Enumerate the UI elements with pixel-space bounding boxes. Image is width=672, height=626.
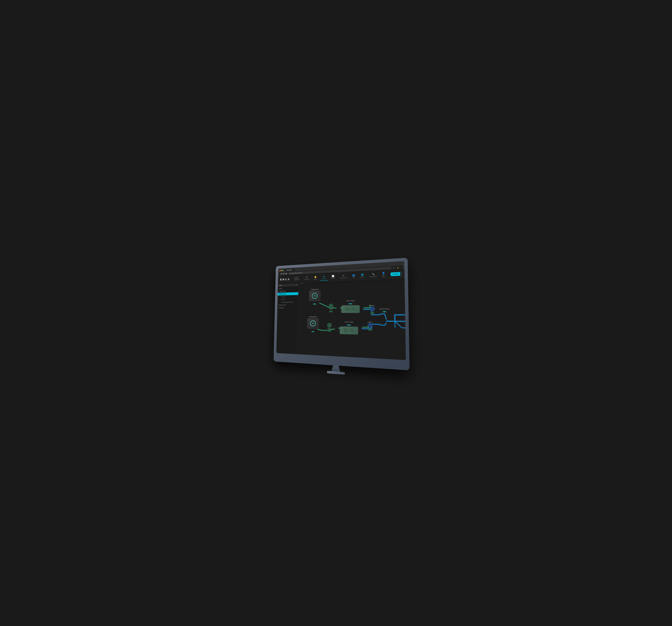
network-label: Network	[360, 276, 365, 278]
reload-button[interactable]: ⟳	[285, 272, 287, 275]
monitor-wrapper: openBMCS ‹ › ⟳ site.openbmcs.com/en/c ⬆ …	[269, 261, 403, 365]
nav-item-network[interactable]: 🌐 Network	[358, 272, 367, 279]
histories-icon: 📈	[332, 275, 334, 277]
cwp2-group: CWP 2 OFF	[327, 323, 332, 332]
nav-item-users[interactable]: 👥 Users	[350, 272, 357, 279]
users-label: Users	[352, 277, 355, 278]
monitor-stand	[331, 365, 340, 372]
sidebar-item-ahu-1[interactable]: └ AHU 1	[278, 295, 298, 298]
ct1-status-badge: 66%	[313, 303, 316, 305]
nav-item-alarms[interactable]: 🔔 Alarms	[312, 274, 319, 281]
dashboard-icon: ⊞	[306, 276, 307, 278]
chiller2-group: Chiller 2 Supply 0.0°C	[340, 321, 358, 334]
chwp1-group: CHWP 1 OFF	[370, 305, 375, 314]
histories-label: Histories	[331, 277, 335, 279]
edit-button[interactable]: ✏ Edit	[400, 272, 402, 276]
ct2-status-badge: 0%	[311, 331, 314, 332]
sidebar-title: Menu	[279, 284, 282, 286]
app-container: open B.M.C.S 11:13AM Tuesday, 08/10/2024…	[276, 269, 406, 360]
share-icon[interactable]: ⬆	[392, 267, 394, 269]
sidebar-item-ahu-2[interactable]: └ AHU 2	[278, 298, 298, 301]
cwp1-group: CWP 1 OFF	[329, 304, 333, 312]
nav-item-maintenance[interactable]: 🔧 Maintenence	[367, 271, 379, 279]
cooling-tower-2-group: Cooling Tower 2 ✦	[307, 316, 319, 333]
sidebar-toggle-icon[interactable]: ☰	[296, 284, 297, 286]
close-dot[interactable]	[280, 270, 281, 271]
ct2-label: Cooling Tower 2	[307, 316, 319, 318]
datetime-display: 11:13AM Tuesday, 08/10/2024	[293, 277, 299, 281]
chiller1-body[interactable]	[341, 305, 360, 313]
extension-icon[interactable]: ⚡	[397, 266, 399, 269]
chiller1-supply-label: Chiller 1 Supply	[341, 300, 360, 301]
chwp1-status-badge: OFF	[370, 312, 375, 314]
alarms-label: Alarms	[314, 278, 317, 280]
graphics-area: Home	[297, 278, 406, 360]
alarms-icon: 🔔	[314, 276, 316, 278]
programming-icon: ⚙	[342, 274, 344, 277]
cwp1-body[interactable]	[329, 304, 333, 308]
chiller1-supply-value: 7.2°C	[348, 303, 352, 304]
bypass-demand-label: Bypass Demand	[380, 308, 389, 309]
chwp2-label: CHWP 2	[367, 321, 373, 323]
logo-bmcs-text: B.M.C.S	[280, 278, 290, 281]
chwp1-label: CHWP 1	[370, 305, 375, 306]
dashboard-label: Dashboard	[304, 279, 309, 280]
sidebar-item-comms-room[interactable]: └ Communications Room	[278, 301, 298, 304]
bypass-demand-value: 25%	[382, 311, 386, 312]
cwp1-status-badge: OFF	[329, 311, 333, 312]
nav-buttons: ‹ › ⟳	[280, 272, 287, 275]
sidebar-item-office-level-2[interactable]: Office Level 2	[277, 303, 298, 306]
menu-icon[interactable]: ⋮	[400, 266, 401, 269]
view-edit-buttons: ⊞ View ✏ Edit	[390, 272, 402, 276]
forward-button[interactable]: ›	[283, 273, 285, 275]
nav-item-dashboard[interactable]: ⊞ Dashboard	[302, 275, 311, 281]
user-profile-icon: 👤	[382, 272, 385, 274]
chiller2-supply-label: Chiller 2 Supply	[340, 321, 358, 323]
logo-area: open B.M.C.S	[280, 277, 290, 281]
cooling-tower-1-group: Cooling Tower 1 ✦	[309, 288, 320, 305]
maximize-dot[interactable]	[282, 270, 283, 271]
nav-item-programming[interactable]: ⚙ Programming	[338, 273, 349, 280]
back-button[interactable]: ‹	[280, 273, 282, 275]
view-icon: ⊞	[393, 273, 394, 275]
ct1-body[interactable]: ✦	[309, 291, 320, 302]
chiller2-supply-value: 0.0°C	[347, 324, 351, 326]
chwp2-body[interactable]	[367, 323, 373, 328]
maintenance-label: Maintenence	[370, 276, 377, 277]
maintenance-icon: 🔧	[372, 273, 375, 275]
sidebar: Menu ☰ Home Chiller Plant Office Level 1…	[276, 282, 298, 354]
ct1-label: Cooling Tower 1	[309, 288, 320, 291]
plant-canvas: Cooling Tower 1 ✦	[297, 281, 406, 360]
screen-bezel: openBMCS ‹ › ⟳ site.openbmcs.com/en/c ⬆ …	[276, 261, 406, 360]
graphics-label: Graphics	[321, 278, 326, 279]
cwp2-label: CWP 2	[327, 328, 332, 329]
monitor-frame: openBMCS ‹ › ⟳ site.openbmcs.com/en/c ⬆ …	[273, 258, 410, 370]
browser-icons: ⬆ ☆ ⚡ ⋮	[392, 266, 401, 269]
chwp2-group: CHWP 2 OFF	[367, 321, 373, 331]
nav-item-graphics[interactable]: ◈ Graphics	[319, 274, 328, 281]
bar-tech-label: Bar-Tech	[382, 275, 385, 277]
cwp2-status-badge: OFF	[328, 330, 331, 332]
browser-tab-active[interactable]: openBMCS	[285, 269, 295, 272]
cwp1-label: CWP 1	[329, 308, 333, 310]
chwp2-status-badge: OFF	[368, 329, 372, 330]
main-area: Menu ☰ Home Chiller Plant Office Level 1…	[276, 278, 406, 360]
minimize-dot[interactable]	[281, 270, 282, 271]
bookmark-icon[interactable]: ☆	[394, 267, 396, 269]
network-icon: 🌐	[361, 273, 364, 276]
sidebar-item-pharmacy[interactable]: Pharmacy	[277, 306, 298, 309]
chwp1-body[interactable]	[370, 306, 375, 311]
programming-label: Programming	[340, 277, 347, 279]
cwp2-body[interactable]	[327, 323, 332, 327]
ct2-body[interactable]: ✦	[307, 318, 319, 330]
nav-item-bar-tech[interactable]: 👤 Bar-Tech	[380, 270, 387, 279]
graphics-icon: ◈	[323, 275, 325, 277]
nav-item-histories[interactable]: 📈 Histories	[329, 273, 337, 280]
expand-icon: →	[296, 293, 297, 295]
chiller2-body[interactable]	[340, 326, 358, 334]
bypass-demand-group: Bypass Demand 25%	[380, 308, 389, 312]
view-button[interactable]: ⊞ View	[391, 272, 400, 276]
chiller1-group: Chiller 1 Supply 7.2°C	[341, 300, 360, 313]
users-icon: 👥	[352, 274, 355, 276]
sidebar-header: Menu ☰	[278, 283, 298, 287]
